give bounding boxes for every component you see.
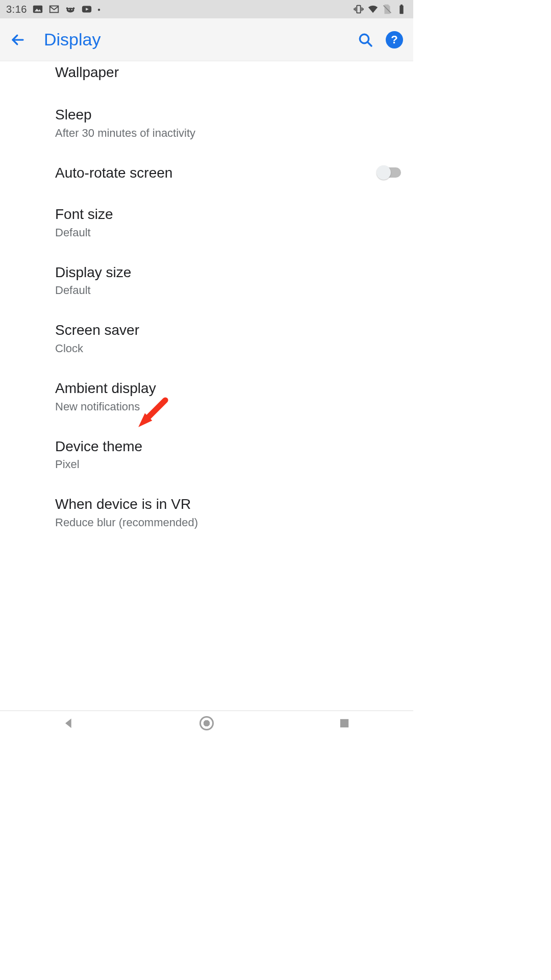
setting-title: Device theme [55,438,401,455]
setting-subtitle: Default [55,284,401,297]
setting-title: Wallpaper [55,64,401,81]
svg-marker-23 [65,718,71,728]
svg-rect-17 [400,5,403,6]
nav-home-icon[interactable] [199,716,214,730]
svg-rect-24 [340,719,348,727]
vibrate-icon [353,4,364,15]
setting-title: Font size [55,206,401,223]
svg-rect-16 [399,6,403,14]
svg-point-5 [73,7,75,9]
setting-title: When device is in VR [55,496,401,513]
photos-icon [32,4,43,15]
svg-point-7 [71,9,72,10]
settings-list: Wallpaper Sleep After 30 minutes of inac… [0,61,413,542]
battery-icon [396,4,407,15]
setting-subtitle: Default [55,226,401,239]
svg-line-20 [367,42,371,46]
page-title: Display [44,30,357,50]
setting-sleep[interactable]: Sleep After 30 minutes of inactivity [55,94,401,152]
svg-rect-0 [33,6,42,13]
setting-title: Ambient display [55,380,401,397]
setting-title: Auto-rotate screen [55,164,378,182]
nav-recent-icon[interactable] [337,716,352,730]
setting-vr[interactable]: When device is in VR Reduce blur (recomm… [55,483,401,542]
setting-font-size[interactable]: Font size Default [55,193,401,252]
setting-title: Screen saver [55,322,401,339]
svg-point-6 [68,9,69,10]
auto-rotate-toggle[interactable] [378,167,401,178]
setting-title: Display size [55,264,401,281]
back-icon[interactable] [10,32,26,47]
setting-subtitle: Reduce blur (recommended) [55,516,401,529]
setting-subtitle: Pixel [55,458,401,471]
gmail-icon [48,4,60,15]
status-time: 3:16 [6,4,27,15]
help-icon[interactable]: ? [386,31,403,48]
status-bar: 3:16 ● [0,0,413,18]
svg-rect-10 [357,6,360,13]
setting-title: Sleep [55,106,401,124]
setting-screen-saver[interactable]: Screen saver Clock [55,309,401,368]
svg-point-4 [66,7,68,9]
nav-back-icon[interactable] [62,716,76,730]
setting-subtitle: New notifications [55,400,401,413]
app-bar: Display ? [0,18,413,61]
search-icon[interactable] [357,32,373,48]
setting-auto-rotate[interactable]: Auto-rotate screen [55,152,401,194]
more-notifications-dot: ● [97,7,101,12]
setting-display-size[interactable]: Display size Default [55,252,401,310]
setting-device-theme[interactable]: Device theme Pixel [55,426,401,484]
setting-subtitle: Clock [55,342,401,355]
setting-wallpaper[interactable]: Wallpaper [55,61,401,94]
no-sim-icon [382,4,393,15]
setting-ambient-display[interactable]: Ambient display New notifications [55,368,401,426]
setting-subtitle: After 30 minutes of inactivity [55,127,401,140]
reddit-icon [65,4,76,15]
wifi-icon [367,4,379,15]
youtube-icon [81,4,92,15]
nav-bar [0,710,413,735]
